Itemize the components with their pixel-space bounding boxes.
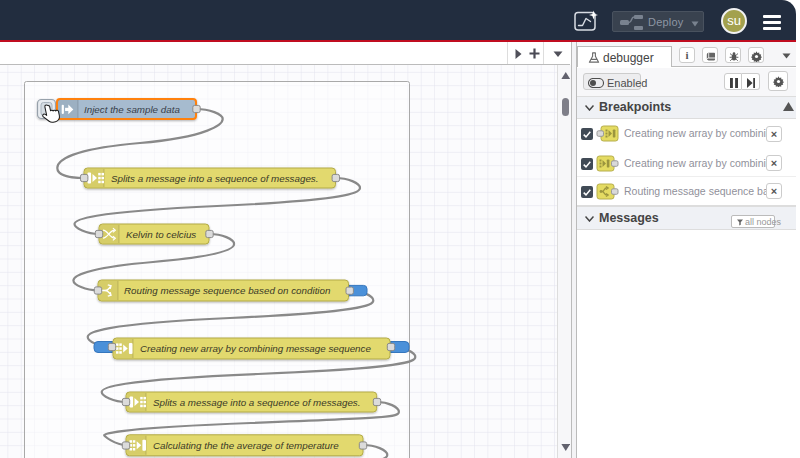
svg-text:Splits a message into a sequen: Splits a message into a sequence of mess… [153, 397, 361, 408]
svg-text:Creating new array by combinin: Creating new array by combining message … [140, 343, 371, 354]
svg-text:Routing message sequence based: Routing message sequence based on condit… [124, 285, 330, 296]
svg-text:Inject the sample data: Inject the sample data [84, 104, 180, 115]
svg-text:Kelvin to celcius: Kelvin to celcius [126, 229, 196, 240]
svg-text:Calculating the the average of: Calculating the the average of temperatu… [153, 440, 339, 451]
svg-text:Splits a message into a sequen: Splits a message into a sequence of mess… [111, 173, 319, 184]
